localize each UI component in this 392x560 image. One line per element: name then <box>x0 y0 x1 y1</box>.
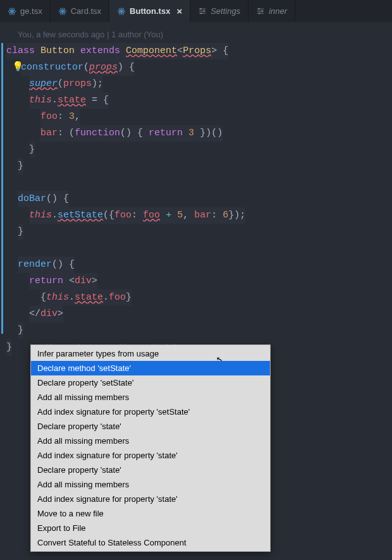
editor[interactable]: You, a few seconds ago | 1 author (You) … <box>0 22 392 356</box>
quick-fix-item[interactable]: Add all missing members <box>31 477 270 492</box>
settings-icon <box>256 7 265 16</box>
lightbulb-icon[interactable]: 💡 <box>12 59 21 76</box>
quick-fix-item[interactable]: Add index signature for property 'setSta… <box>31 405 270 419</box>
tab-label: Button.tsx <box>130 6 170 16</box>
settings-icon <box>198 7 207 16</box>
tab-bar: ge.tsx Card.tsx Button.tsx × Settings in… <box>0 0 392 22</box>
tab-label: Card.tsx <box>71 6 101 16</box>
tab-label: inner <box>269 6 287 16</box>
svg-point-0 <box>11 10 13 11</box>
tab-inner[interactable]: inner <box>248 0 295 22</box>
svg-point-8 <box>121 10 122 11</box>
close-icon[interactable]: × <box>176 6 182 16</box>
tab-button[interactable]: Button.tsx × <box>109 0 190 22</box>
tab-card[interactable]: Card.tsx <box>51 0 109 22</box>
quick-fix-item[interactable]: Move to a new file <box>31 506 270 521</box>
svg-point-4 <box>62 10 63 11</box>
git-blame-header: You, a few seconds ago | 1 author (You) <box>0 30 392 39</box>
quick-fix-item[interactable]: Convert Stateful to Stateless Component <box>31 535 270 550</box>
quick-fix-item[interactable]: Export to File <box>31 521 270 535</box>
quick-fix-item[interactable]: Add index signature for property 'state' <box>31 492 270 506</box>
quick-fix-item[interactable]: Declare method 'setState' <box>31 361 270 375</box>
svg-rect-20 <box>257 13 264 13</box>
quick-fix-item[interactable]: Add all missing members <box>31 434 270 448</box>
svg-point-15 <box>200 8 202 9</box>
gutter-modified-bar <box>1 43 3 334</box>
tab-ge[interactable]: ge.tsx <box>0 0 51 22</box>
quick-fix-item[interactable]: Infer parameter types from usage <box>31 346 270 361</box>
svg-point-21 <box>258 8 260 9</box>
react-icon <box>58 7 67 16</box>
quick-fix-item[interactable]: Declare property 'setState' <box>31 375 270 390</box>
quick-fix-item[interactable]: Add index signature for property 'state' <box>31 448 270 463</box>
svg-point-16 <box>203 10 205 12</box>
tab-settings[interactable]: Settings <box>190 0 248 22</box>
svg-rect-14 <box>199 13 206 13</box>
svg-point-17 <box>200 12 202 14</box>
quick-fix-menu: Infer parameter types from usageDeclare … <box>30 344 271 552</box>
quick-fix-item[interactable]: Add all missing members <box>31 390 270 405</box>
tab-label: ge.tsx <box>20 6 42 16</box>
quick-fix-item[interactable]: Declare property 'state' <box>31 463 270 477</box>
react-icon <box>8 7 16 16</box>
svg-point-22 <box>261 10 263 12</box>
svg-point-23 <box>259 12 260 14</box>
react-icon <box>117 7 126 16</box>
quick-fix-item[interactable]: Declare property 'state' <box>31 419 270 434</box>
code-area[interactable]: class Button extends Component<Props> { … <box>0 43 392 356</box>
tab-label: Settings <box>211 6 240 16</box>
